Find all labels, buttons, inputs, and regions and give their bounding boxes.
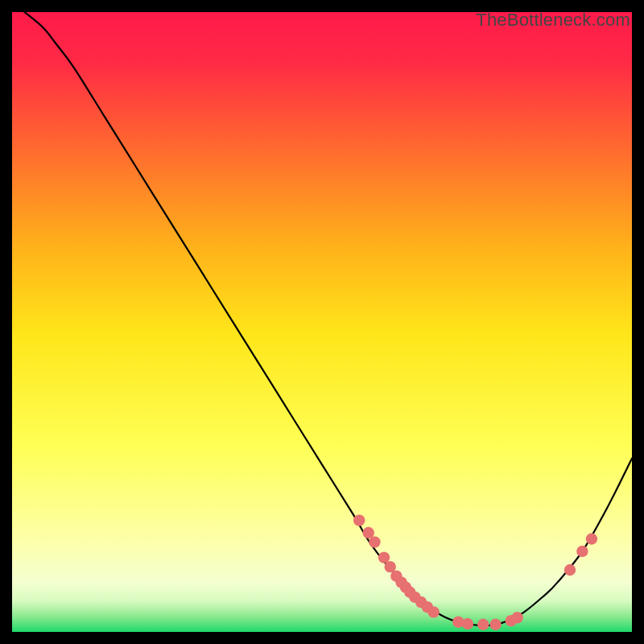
data-marker xyxy=(511,612,522,623)
data-marker xyxy=(477,619,489,630)
data-marker xyxy=(576,546,588,557)
gradient-background xyxy=(12,12,632,632)
data-marker xyxy=(462,618,473,630)
chart-frame: TheBottleneck.com xyxy=(12,12,632,632)
data-marker xyxy=(489,619,501,630)
data-marker xyxy=(586,533,597,544)
data-marker xyxy=(353,514,365,526)
chart-canvas xyxy=(12,12,632,632)
watermark-label: TheBottleneck.com xyxy=(476,10,630,31)
data-marker xyxy=(369,536,380,547)
data-marker xyxy=(427,606,439,617)
data-marker xyxy=(564,564,576,576)
